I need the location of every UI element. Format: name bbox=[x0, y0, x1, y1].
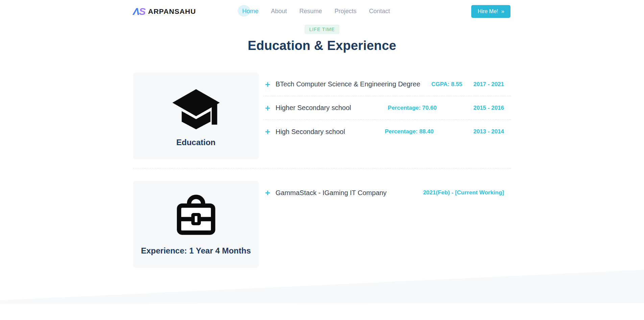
row-title: BTech Computer Science & Engineering Deg… bbox=[276, 80, 420, 88]
row-title: High Secondary school bbox=[276, 128, 345, 136]
double-chevron-right-icon: » bbox=[501, 8, 504, 15]
plus-icon: + bbox=[263, 188, 276, 197]
page: ΛS ARPANSAHU Home About Resume Projects … bbox=[0, 0, 644, 320]
experience-row[interactable]: + GammaStack - IGaming IT Company 2021(F… bbox=[263, 181, 511, 205]
row-years: 2015 - 2016 bbox=[473, 105, 504, 111]
logo-icon: ΛS bbox=[133, 6, 145, 17]
page-title: Education & Experience bbox=[0, 38, 644, 53]
education-row[interactable]: + Higher Secondary school Percentage: 70… bbox=[263, 96, 511, 120]
bottom-wedge-decoration bbox=[0, 268, 644, 304]
plus-icon: + bbox=[263, 127, 276, 136]
hire-me-label: Hire Me! bbox=[478, 8, 498, 15]
nav-item-contact[interactable]: Contact bbox=[369, 8, 390, 15]
row-years: 2013 - 2014 bbox=[473, 128, 504, 135]
hire-me-button[interactable]: Hire Me! » bbox=[471, 5, 510, 18]
briefcase-icon bbox=[171, 193, 221, 241]
plus-icon: + bbox=[263, 80, 276, 89]
nav-item-about[interactable]: About bbox=[271, 8, 287, 15]
logo-text: ARPANSAHU bbox=[148, 7, 196, 16]
experience-rows: + GammaStack - IGaming IT Company 2021(F… bbox=[263, 181, 511, 268]
nav-item-home[interactable]: Home bbox=[242, 8, 258, 15]
row-years: 2017 - 2021 bbox=[473, 81, 504, 88]
row-score: Percentage: 70.60 bbox=[351, 105, 473, 111]
row-score: CGPA: 8.55 bbox=[420, 81, 473, 88]
education-experience-container: Education + BTech Computer Science & Eng… bbox=[133, 73, 511, 268]
main-nav: Home About Resume Projects Contact bbox=[242, 0, 390, 23]
row-years: 2021(Feb) - [Current Working] bbox=[423, 189, 504, 196]
experience-card: Experience: 1 Year 4 Months bbox=[133, 181, 259, 268]
education-row[interactable]: + High Secondary school Percentage: 88.4… bbox=[263, 120, 511, 143]
row-score: Percentage: 88.40 bbox=[345, 128, 474, 135]
graduation-cap-icon bbox=[171, 85, 221, 133]
row-title: GammaStack - IGaming IT Company bbox=[276, 189, 387, 197]
nav-item-projects[interactable]: Projects bbox=[335, 8, 357, 15]
row-title: Higher Secondary school bbox=[276, 104, 351, 112]
experience-card-label: Experience: 1 Year 4 Months bbox=[141, 246, 251, 256]
education-card: Education bbox=[133, 73, 259, 159]
section-divider bbox=[133, 168, 511, 168]
header: ΛS ARPANSAHU Home About Resume Projects … bbox=[0, 0, 644, 23]
education-section: Education + BTech Computer Science & Eng… bbox=[133, 73, 511, 159]
education-card-label: Education bbox=[176, 138, 215, 147]
plus-icon: + bbox=[263, 104, 276, 112]
education-rows: + BTech Computer Science & Engineering D… bbox=[263, 73, 511, 159]
nav-item-resume[interactable]: Resume bbox=[299, 8, 322, 15]
section-badge: LIFE TIME bbox=[305, 25, 340, 34]
experience-section: Experience: 1 Year 4 Months + GammaStack… bbox=[133, 181, 511, 268]
logo[interactable]: ΛS ARPANSAHU bbox=[133, 6, 196, 17]
education-row[interactable]: + BTech Computer Science & Engineering D… bbox=[263, 73, 511, 96]
section-head: LIFE TIME Education & Experience bbox=[0, 23, 644, 53]
